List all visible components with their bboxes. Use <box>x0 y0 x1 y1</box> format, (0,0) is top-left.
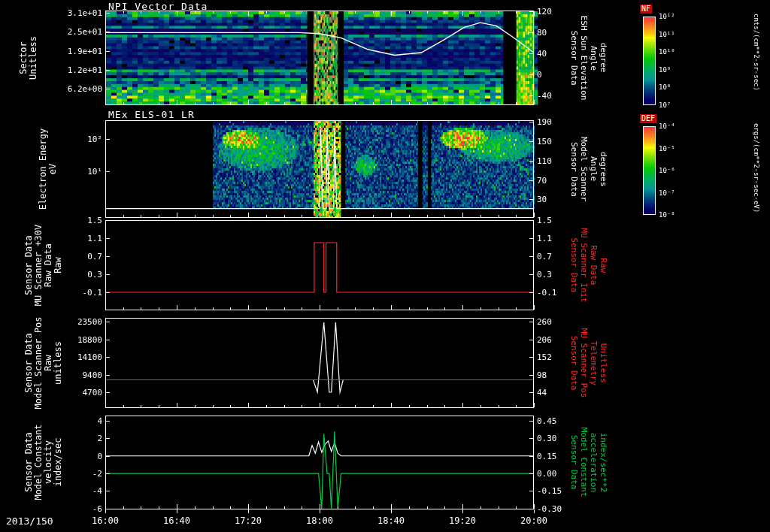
panel-npi-title: NPI Vector Data <box>108 1 208 12</box>
npi-right-tick-3: 0 <box>537 70 542 80</box>
def-colorbar-units-label: ergs/(cm**2-sr-sec-eV) <box>753 123 760 213</box>
scanner-pos-left-tick-1: 18800 <box>77 334 102 344</box>
velocity-right-axis-label: Sensor Data Model Constant acceleration … <box>569 428 608 497</box>
els-right-tick-4: 30 <box>537 195 547 204</box>
npi-left-tick-3: 1.2e+01 <box>68 65 102 74</box>
npi-right-tick-2: 40 <box>537 49 547 59</box>
mu-scanner-30v-right-tick-1: 1.1 <box>537 234 552 243</box>
npi-y-axis-label: Sector Unitless <box>19 36 38 80</box>
els-left-tick-0: 10² <box>87 134 102 144</box>
x-axis-tick-2: 17:20 <box>235 515 262 526</box>
mu-scanner-30v-right-tick-0: 1.5 <box>537 216 552 225</box>
plots-canvas <box>0 0 770 532</box>
npi-left-tick-1: 2.5e+01 <box>68 27 102 37</box>
mu-scanner-30v-left-tick-1: 1.1 <box>87 234 102 243</box>
scanner-pos-right-tick-1: 206 <box>537 334 552 344</box>
date-label: 2013/150 <box>6 515 53 527</box>
x-axis-tick-5: 19:20 <box>449 515 476 526</box>
mu-scanner-30v-left-tick-2: 0.7 <box>87 252 102 261</box>
els-right-axis-label: Sensor Data Model Scanner Angle degrees <box>569 137 608 201</box>
mu30v-right-axis-label: Sensor Data MU Scanner Init Raw Data Raw <box>569 228 608 302</box>
npi-right-tick-4: -40 <box>537 91 552 101</box>
model-constant-right-tick-3: 0.00 <box>537 469 557 479</box>
scanner-pos-left-tick-2: 14100 <box>77 352 102 362</box>
npi-left-tick-0: 3.1e+01 <box>68 8 102 18</box>
mu30v-y-axis-label: Sensor Data MU Scanner +30V Raw Data Raw <box>24 225 63 306</box>
model-constant-left-tick-3: -2 <box>92 469 102 479</box>
scanner-pos-y-axis-label: Sensor Data Model Scanner Pos Raw unitle… <box>24 317 63 410</box>
science-plot-stack: NPI Vector Data MEx ELS-01 LR Sector Uni… <box>0 0 770 532</box>
mu-scanner-30v-left-tick-4: -0.1 <box>83 288 103 298</box>
velocity-y-axis-label: Sensor Data Model Constant velocity inde… <box>24 424 63 500</box>
els-left-tick-1: 10¹ <box>87 166 102 176</box>
scanner-pos-right-axis-label: Sensor Data MU Scanner Pos Telemetry Uni… <box>569 328 608 398</box>
model-constant-left-tick-0: 4 <box>97 416 102 426</box>
els-colorbar-tick-0: 10⁻⁴ <box>659 122 675 130</box>
scanner-pos-left-tick-4: 4700 <box>83 388 103 397</box>
nf-colorbar-units-label: cnts/(cm**2-sr-sec) <box>753 14 760 91</box>
nf-colorbar-label: NF <box>640 5 652 14</box>
npi-colorbar-tick-1: 10¹¹ <box>659 31 675 38</box>
mu-scanner-30v-left-tick-0: 1.5 <box>87 216 102 225</box>
x-axis-tick-1: 16:40 <box>163 515 190 526</box>
mu-scanner-30v-left-tick-3: 0.3 <box>87 270 102 280</box>
els-colorbar-tick-1: 10⁻⁵ <box>659 145 675 153</box>
def-colorbar-label: DEF <box>640 114 656 123</box>
scanner-pos-right-tick-0: 260 <box>537 317 552 327</box>
els-colorbar-tick-4: 10⁻⁸ <box>659 211 675 219</box>
x-axis-tick-6: 20:00 <box>520 515 547 526</box>
model-constant-right-tick-0: 0.45 <box>537 416 557 426</box>
model-constant-right-tick-4: -0.15 <box>537 486 562 496</box>
model-constant-left-tick-5: -6 <box>92 503 102 513</box>
model-constant-left-tick-2: 0 <box>97 451 102 461</box>
npi-left-tick-4: 6.2e+00 <box>68 83 102 93</box>
mu-scanner-30v-right-tick-2: 0.7 <box>537 252 552 261</box>
scanner-pos-left-tick-3: 9400 <box>83 370 103 379</box>
mu-scanner-30v-right-tick-4: -0.1 <box>537 288 557 298</box>
npi-colorbar-tick-5: 10⁷ <box>659 101 671 109</box>
scanner-pos-right-tick-3: 98 <box>537 370 547 379</box>
npi-right-tick-0: 120 <box>537 7 552 17</box>
els-right-tick-1: 150 <box>537 136 552 146</box>
model-constant-left-tick-4: -4 <box>92 486 102 496</box>
scanner-pos-left-tick-0: 23500 <box>77 317 102 327</box>
els-right-tick-0: 190 <box>537 116 552 126</box>
npi-right-axis-label: Sensor Data ESH Sun Elevation Angle degr… <box>569 16 608 101</box>
mu-scanner-30v-right-tick-3: 0.3 <box>537 270 552 280</box>
els-right-tick-2: 110 <box>537 156 552 165</box>
scanner-pos-right-tick-2: 152 <box>537 352 552 362</box>
els-right-tick-3: 70 <box>537 175 547 185</box>
els-colorbar-tick-2: 10⁻⁶ <box>659 167 675 174</box>
model-constant-right-tick-5: -0.30 <box>537 503 562 513</box>
model-constant-right-tick-1: 0.30 <box>537 434 557 443</box>
panel-els-title: MEx ELS-01 LR <box>108 109 195 120</box>
npi-colorbar-tick-2: 10¹⁰ <box>659 48 675 56</box>
x-axis-tick-3: 18:00 <box>306 515 333 526</box>
els-colorbar-tick-3: 10⁻⁷ <box>659 189 675 197</box>
npi-colorbar-tick-4: 10⁸ <box>659 83 671 91</box>
model-constant-right-tick-2: 0.15 <box>537 451 557 461</box>
npi-colorbar-tick-3: 10⁹ <box>659 66 671 74</box>
scanner-pos-right-tick-4: 44 <box>537 388 547 397</box>
npi-colorbar-tick-0: 10¹² <box>659 13 675 20</box>
model-constant-left-tick-1: 2 <box>97 434 102 443</box>
npi-right-tick-1: 80 <box>537 28 547 38</box>
x-axis-tick-4: 18:40 <box>377 515 405 526</box>
x-axis-tick-0: 16:00 <box>92 515 119 526</box>
els-y-axis-label: Electron Energy eV <box>38 128 58 210</box>
npi-left-tick-2: 1.9e+01 <box>68 46 102 56</box>
